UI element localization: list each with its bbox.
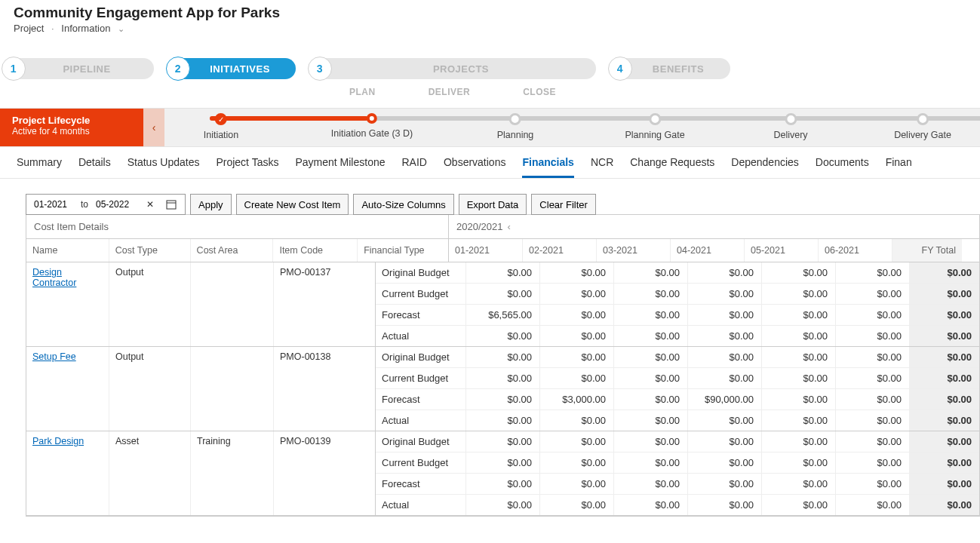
amount-cell[interactable]: $0.00: [688, 368, 762, 388]
amount-cell[interactable]: $0.00: [540, 410, 614, 431]
amount-cell[interactable]: $0.00: [762, 474, 836, 494]
breadcrumb-item[interactable]: Project: [14, 23, 44, 34]
export-data-button[interactable]: Export Data: [459, 194, 527, 215]
amount-cell[interactable]: $0.00: [466, 347, 540, 367]
amount-cell[interactable]: $0.00: [836, 305, 910, 325]
amount-cell[interactable]: $0.00: [540, 495, 614, 515]
amount-cell[interactable]: $0.00: [762, 431, 836, 452]
lifecycle-node[interactable]: Initiation Gate (3 D): [331, 113, 413, 139]
lifecycle-node[interactable]: Planning Gate: [625, 113, 684, 140]
amount-cell[interactable]: $0.00: [688, 347, 762, 367]
stage-pill-pipeline[interactable]: 1PIPELINE: [3, 58, 154, 79]
amount-cell[interactable]: $0.00: [688, 495, 762, 515]
amount-cell[interactable]: $0.00: [836, 474, 910, 494]
tab-project-tasks[interactable]: Project Tasks: [216, 156, 278, 178]
amount-cell[interactable]: $0.00: [540, 326, 614, 346]
tab-ncr[interactable]: NCR: [591, 156, 613, 178]
tab-observations[interactable]: Observations: [444, 156, 505, 178]
tab-summary[interactable]: Summary: [17, 156, 62, 178]
amount-cell[interactable]: $0.00: [614, 305, 688, 325]
create-cost-item-button[interactable]: Create New Cost Item: [236, 194, 349, 215]
column-header-month[interactable]: 04-2021: [671, 239, 745, 262]
amount-cell[interactable]: $0.00: [762, 389, 836, 410]
column-header[interactable]: Item Code: [273, 239, 358, 262]
amount-cell[interactable]: $0.00: [614, 262, 688, 283]
amount-cell[interactable]: $0.00: [466, 326, 540, 346]
amount-cell[interactable]: $0.00: [836, 410, 910, 431]
column-header-month[interactable]: 06-2021: [819, 239, 892, 262]
stage-pill-benefits[interactable]: 4BENEFITS: [610, 58, 730, 79]
tab-finan[interactable]: Finan: [886, 156, 912, 178]
amount-cell[interactable]: $0.00: [466, 284, 540, 304]
column-header[interactable]: Name: [26, 239, 109, 262]
amount-cell[interactable]: $0.00: [836, 284, 910, 304]
date-range[interactable]: to ✕: [26, 194, 186, 215]
amount-cell[interactable]: $0.00: [540, 431, 614, 452]
amount-cell[interactable]: $0.00: [466, 431, 540, 452]
amount-cell[interactable]: $0.00: [688, 452, 762, 473]
amount-cell[interactable]: $0.00: [836, 368, 910, 388]
amount-cell[interactable]: $0.00: [540, 474, 614, 494]
amount-cell[interactable]: $6,565.00: [466, 305, 540, 325]
amount-cell[interactable]: $0.00: [836, 389, 910, 410]
clear-filter-button[interactable]: Clear Filter: [531, 194, 596, 215]
amount-cell[interactable]: $0.00: [836, 326, 910, 346]
amount-cell[interactable]: $0.00: [614, 326, 688, 346]
amount-cell[interactable]: $0.00: [762, 347, 836, 367]
amount-cell[interactable]: $0.00: [688, 326, 762, 346]
tab-financials[interactable]: Financials: [522, 156, 573, 178]
amount-cell[interactable]: $0.00: [688, 474, 762, 494]
lifecycle-node[interactable]: Delivery: [773, 113, 807, 140]
amount-cell[interactable]: $0.00: [540, 305, 614, 325]
column-header-month[interactable]: 03-2021: [597, 239, 671, 262]
cost-item-link[interactable]: Design Contractor: [32, 267, 76, 288]
amount-cell[interactable]: $0.00: [762, 368, 836, 388]
column-header[interactable]: Cost Area: [191, 239, 274, 262]
amount-cell[interactable]: $0.00: [614, 284, 688, 304]
amount-cell[interactable]: $0.00: [836, 347, 910, 367]
amount-cell[interactable]: $0.00: [466, 452, 540, 473]
amount-cell[interactable]: $3,000.00: [540, 389, 614, 410]
tab-raid[interactable]: RAID: [402, 156, 427, 178]
column-header-month[interactable]: 02-2021: [523, 239, 597, 262]
amount-cell[interactable]: $0.00: [688, 410, 762, 431]
cost-item-link[interactable]: Setup Fee: [32, 351, 76, 362]
stage-pill-initiatives[interactable]: 2INITIATIVES: [167, 58, 296, 79]
column-header-month[interactable]: 05-2021: [745, 239, 819, 262]
date-to-input[interactable]: [94, 198, 137, 210]
amount-cell[interactable]: $0.00: [614, 410, 688, 431]
lifecycle-node[interactable]: Initiation: [204, 113, 239, 140]
amount-cell[interactable]: $0.00: [540, 452, 614, 473]
tab-status-updates[interactable]: Status Updates: [127, 156, 200, 178]
amount-cell[interactable]: $0.00: [466, 495, 540, 515]
amount-cell[interactable]: $0.00: [762, 495, 836, 515]
amount-cell[interactable]: $0.00: [540, 262, 614, 283]
amount-cell[interactable]: $0.00: [688, 262, 762, 283]
column-header-month[interactable]: 01-2021: [449, 239, 523, 262]
amount-cell[interactable]: $0.00: [762, 326, 836, 346]
amount-cell[interactable]: $0.00: [540, 284, 614, 304]
column-header[interactable]: Cost Type: [109, 239, 191, 262]
amount-cell[interactable]: $0.00: [762, 262, 836, 283]
amount-cell[interactable]: $0.00: [762, 284, 836, 304]
tab-documents[interactable]: Documents: [816, 156, 869, 178]
amount-cell[interactable]: $0.00: [614, 474, 688, 494]
amount-cell[interactable]: $0.00: [540, 347, 614, 367]
amount-cell[interactable]: $0.00: [688, 305, 762, 325]
chevron-down-icon[interactable]: ⌄: [118, 24, 124, 34]
column-header[interactable]: Financial Type: [358, 239, 448, 262]
close-icon[interactable]: ✕: [143, 197, 158, 212]
amount-cell[interactable]: $90,000.00: [688, 389, 762, 410]
amount-cell[interactable]: $0.00: [688, 431, 762, 452]
date-from-input[interactable]: [32, 198, 75, 210]
breadcrumb-item[interactable]: Information: [61, 23, 110, 34]
amount-cell[interactable]: $0.00: [836, 495, 910, 515]
apply-button[interactable]: Apply: [190, 194, 232, 215]
amount-cell[interactable]: $0.00: [762, 305, 836, 325]
amount-cell[interactable]: $0.00: [614, 431, 688, 452]
amount-cell[interactable]: $0.00: [614, 347, 688, 367]
lifecycle-node[interactable]: Delivery Gate: [894, 113, 951, 140]
amount-cell[interactable]: $0.00: [614, 368, 688, 388]
stage-pill-projects[interactable]: 3PROJECTS: [309, 58, 596, 79]
amount-cell[interactable]: $0.00: [466, 474, 540, 494]
